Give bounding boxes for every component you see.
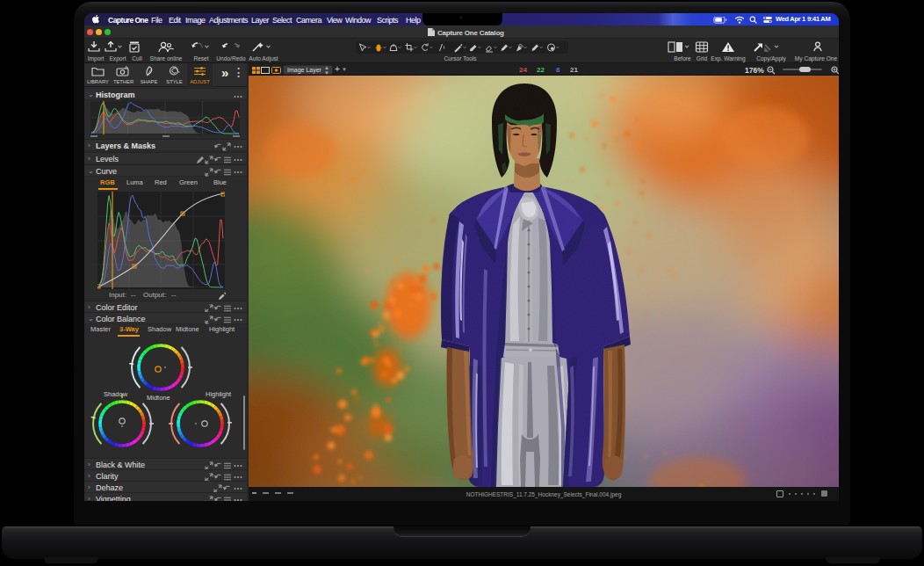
svg-text:Shadow: Shadow (104, 390, 128, 398)
svg-text:Highlight: Highlight (206, 390, 232, 398)
svg-text:Midtone: Midtone (147, 394, 170, 402)
